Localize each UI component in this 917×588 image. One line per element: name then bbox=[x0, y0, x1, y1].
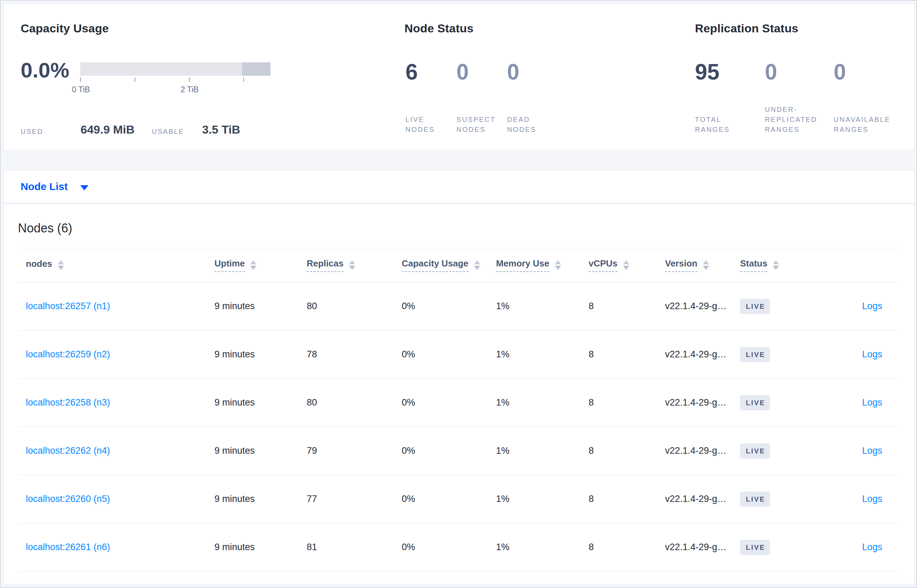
sort-icon[interactable] bbox=[349, 260, 355, 270]
status-badge: LIVE bbox=[740, 540, 770, 555]
node-address-link[interactable]: localhost:26262 (n4) bbox=[26, 446, 110, 456]
capacity-bar-segment bbox=[242, 62, 271, 76]
replicas-cell: 79 bbox=[307, 446, 402, 456]
capacity-cell: 0% bbox=[402, 542, 496, 552]
table-row: localhost:26262 (n4) 9 minutes 79 0% 1% … bbox=[18, 427, 901, 475]
cluster-overview-page: { "summary": { "capacity": { "title": "C… bbox=[0, 0, 917, 588]
column-header-memory-use[interactable]: Memory Use bbox=[496, 258, 589, 272]
memory-cell: 1% bbox=[496, 349, 589, 360]
logs-link[interactable]: Logs bbox=[862, 542, 882, 552]
status-badge: LIVE bbox=[740, 299, 770, 314]
node-status-title: Node Status bbox=[404, 22, 474, 35]
version-cell: v22.1.4-29-g… bbox=[665, 542, 740, 552]
suspect-nodes-label: SUSPECT NODES bbox=[457, 115, 501, 135]
unavailable-label: UNAVAILABLE RANGES bbox=[834, 115, 908, 135]
memory-cell: 1% bbox=[496, 301, 589, 312]
capacity-cell: 0% bbox=[402, 301, 496, 312]
capacity-bar-ruler bbox=[80, 78, 271, 82]
capacity-usage-title: Capacity Usage bbox=[21, 22, 109, 35]
vcpus-cell: 8 bbox=[589, 542, 665, 552]
unavailable-count: 0 bbox=[834, 60, 908, 84]
live-nodes-label: LIVE NODES bbox=[405, 115, 450, 135]
status-badge: LIVE bbox=[740, 347, 770, 362]
logs-link[interactable]: Logs bbox=[862, 494, 882, 504]
sort-icon[interactable] bbox=[555, 260, 561, 270]
column-header-status[interactable]: Status bbox=[740, 258, 823, 272]
table-header-row: nodes Uptime Replicas Capacity Usage Mem… bbox=[18, 248, 901, 282]
column-header-nodes[interactable]: nodes bbox=[18, 258, 215, 271]
memory-cell: 1% bbox=[496, 446, 589, 456]
chevron-down-icon[interactable] bbox=[80, 185, 89, 191]
sort-icon[interactable] bbox=[250, 260, 257, 270]
usable-value: 3.5 TiB bbox=[202, 122, 240, 137]
version-cell: v22.1.4-29-g… bbox=[665, 397, 740, 408]
under-replicated-count: 0 bbox=[765, 60, 832, 84]
nodes-panel-title: Nodes (6) bbox=[18, 221, 72, 236]
replication-status-title: Replication Status bbox=[695, 22, 798, 35]
replicas-cell: 80 bbox=[307, 397, 402, 408]
used-value: 649.9 MiB bbox=[81, 122, 135, 137]
replicas-cell: 77 bbox=[307, 494, 402, 504]
logs-link[interactable]: Logs bbox=[862, 301, 882, 311]
ruler-label-0: 0 TiB bbox=[72, 85, 90, 94]
uptime-cell: 9 minutes bbox=[215, 542, 307, 552]
suspect-nodes-count: 0 bbox=[457, 60, 501, 84]
total-ranges-label: TOTAL RANGES bbox=[695, 115, 750, 135]
uptime-cell: 9 minutes bbox=[215, 397, 307, 408]
logs-link[interactable]: Logs bbox=[862, 397, 882, 408]
table-row: localhost:26257 (n1) 9 minutes 80 0% 1% … bbox=[18, 282, 901, 331]
ruler-label-2: 2 TiB bbox=[181, 85, 199, 94]
memory-cell: 1% bbox=[496, 397, 589, 408]
replicas-cell: 78 bbox=[307, 349, 402, 360]
column-header-replicas[interactable]: Replicas bbox=[307, 258, 402, 272]
vcpus-cell: 8 bbox=[589, 494, 665, 504]
capacity-cell: 0% bbox=[402, 397, 496, 408]
live-nodes-count: 6 bbox=[405, 60, 450, 84]
column-header-version[interactable]: Version bbox=[665, 258, 740, 272]
table-row: localhost:26258 (n3) 9 minutes 80 0% 1% … bbox=[18, 379, 901, 427]
node-address-link[interactable]: localhost:26261 (n6) bbox=[26, 542, 110, 552]
node-list-dropdown[interactable]: Node List bbox=[21, 181, 68, 192]
suspect-nodes-stat: 0 SUSPECT NODES bbox=[457, 60, 501, 135]
table-row: localhost:26260 (n5) 9 minutes 77 0% 1% … bbox=[18, 475, 901, 523]
vcpus-cell: 8 bbox=[589, 397, 665, 408]
nodes-table: nodes Uptime Replicas Capacity Usage Mem… bbox=[18, 248, 901, 572]
table-row: localhost:26261 (n6) 9 minutes 81 0% 1% … bbox=[18, 523, 901, 572]
column-header-uptime[interactable]: Uptime bbox=[215, 258, 307, 272]
memory-cell: 1% bbox=[496, 542, 589, 552]
version-cell: v22.1.4-29-g… bbox=[665, 301, 740, 312]
column-header-vcpus[interactable]: vCPUs bbox=[589, 258, 665, 272]
memory-cell: 1% bbox=[496, 494, 589, 504]
node-address-link[interactable]: localhost:26260 (n5) bbox=[26, 494, 110, 504]
version-cell: v22.1.4-29-g… bbox=[665, 446, 740, 456]
cluster-summary-card: Capacity Usage 0.0% 0 TiB 2 TiB USED 649… bbox=[3, 3, 915, 150]
version-cell: v22.1.4-29-g… bbox=[665, 494, 740, 504]
dead-nodes-label: DEAD NODES bbox=[507, 115, 552, 135]
total-ranges-count: 95 bbox=[695, 60, 750, 84]
capacity-used-percent: 0.0% bbox=[21, 58, 69, 82]
column-header-capacity-usage[interactable]: Capacity Usage bbox=[402, 258, 496, 272]
ruler-tick bbox=[189, 78, 190, 82]
logs-link[interactable]: Logs bbox=[862, 446, 882, 456]
uptime-cell: 9 minutes bbox=[215, 494, 307, 504]
logs-link[interactable]: Logs bbox=[862, 349, 882, 359]
capacity-cell: 0% bbox=[402, 446, 496, 456]
uptime-cell: 9 minutes bbox=[215, 301, 307, 312]
sort-icon[interactable] bbox=[58, 260, 64, 270]
ruler-tick bbox=[135, 78, 135, 82]
capacity-cell: 0% bbox=[402, 349, 496, 360]
under-replicated-label: UNDER-REPLICATED RANGES bbox=[765, 105, 832, 135]
node-address-link[interactable]: localhost:26259 (n2) bbox=[26, 349, 110, 359]
capacity-cell: 0% bbox=[402, 494, 496, 504]
node-address-link[interactable]: localhost:26257 (n1) bbox=[26, 301, 110, 311]
node-address-link[interactable]: localhost:26258 (n3) bbox=[26, 397, 110, 408]
sort-icon[interactable] bbox=[773, 260, 779, 270]
ruler-tick bbox=[243, 78, 244, 82]
sort-icon[interactable] bbox=[703, 260, 709, 270]
dead-nodes-stat: 0 DEAD NODES bbox=[507, 60, 552, 135]
total-ranges-stat: 95 TOTAL RANGES bbox=[695, 60, 750, 135]
sort-icon[interactable] bbox=[623, 260, 629, 270]
vcpus-cell: 8 bbox=[589, 301, 665, 312]
replicas-cell: 81 bbox=[307, 542, 402, 552]
sort-icon[interactable] bbox=[474, 260, 480, 270]
